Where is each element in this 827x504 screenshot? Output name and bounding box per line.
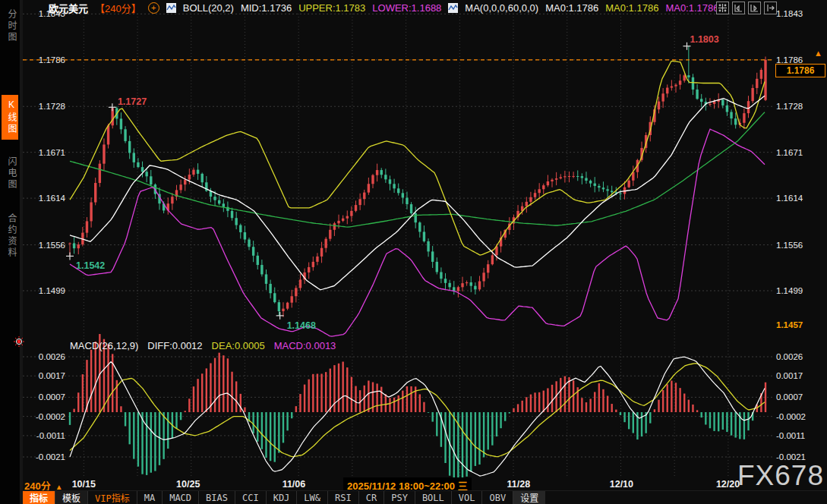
candle-body (103, 144, 105, 163)
macd-histogram-bar (444, 412, 446, 463)
macd-histogram-bar (615, 410, 617, 412)
candle-body (721, 99, 724, 106)
candle-body (466, 282, 468, 283)
indicator-tab[interactable]: PSY (384, 491, 415, 504)
macd-axis-label-left: 0.0017 (39, 371, 65, 380)
indicator-tab[interactable]: CR (358, 491, 384, 504)
x-axis-label: 10/15 (72, 479, 96, 490)
indicator-tab[interactable]: MA (137, 491, 162, 504)
macd-histogram-bar (509, 412, 510, 414)
macd-histogram-bar (402, 391, 403, 412)
macd-histogram-bar (351, 376, 352, 412)
candle-body (734, 118, 737, 124)
candle-body (282, 309, 284, 311)
boll-lower-value: LOWER:1.1688 (372, 2, 441, 14)
scroll-up-arrow-icon[interactable]: ▲ (814, 49, 822, 58)
macd-histogram-bar (504, 412, 506, 421)
candle-body (551, 180, 553, 181)
pan-right-icon[interactable] (764, 2, 777, 14)
macd-histogram-bar (338, 364, 339, 412)
candle-body (470, 282, 472, 286)
macd-histogram-bar (188, 398, 190, 412)
candle-body (145, 172, 147, 176)
macd-histogram-bar (491, 412, 493, 446)
macd-name: MACD(26,12,9) (70, 340, 138, 351)
candle-body (337, 221, 339, 223)
macd-axis-label-left: -0.0002 (36, 412, 65, 421)
macd-histogram-bar (726, 412, 728, 432)
indicator-tab[interactable]: BIAS (198, 491, 235, 504)
indicator-tab[interactable]: KDJ (266, 491, 297, 504)
macd-histogram-bar (530, 395, 532, 412)
macd-histogram-bar (594, 392, 595, 412)
macd-histogram-bar (291, 412, 292, 418)
candle-body (376, 170, 378, 175)
indicator-tab[interactable]: VOL (451, 491, 482, 504)
indicator-tab[interactable]: VIP指标 (87, 491, 137, 504)
candle-body (269, 284, 271, 293)
ma-indicator-icon[interactable] (448, 3, 458, 13)
left-sidebar: 分时图K线图闪电图合约资料 (0, 0, 20, 504)
candle-body (756, 79, 758, 88)
price-axis-label-left: 1.1499 (39, 286, 65, 295)
sidebar-tab-2[interactable]: K线图 (2, 95, 18, 140)
candle-body (410, 204, 412, 213)
indicator-tab[interactable]: 设置 (513, 491, 545, 504)
macd-histogram-bar (150, 412, 152, 473)
candle-body (223, 203, 225, 206)
zoom-in-icon[interactable] (732, 2, 745, 14)
macd-histogram-bar (453, 412, 455, 481)
candle-body (589, 181, 592, 184)
candle-body (658, 102, 660, 110)
macd-axis-label-left: 0.0007 (39, 392, 65, 402)
indicator-tab[interactable]: OBV (481, 491, 513, 504)
macd-histogram-bar (82, 374, 84, 412)
candle-body (414, 213, 416, 222)
price-axis-label-left: 1.1728 (39, 102, 65, 111)
indicator-tab[interactable]: RSI (327, 491, 358, 504)
macd-histogram-bar (410, 386, 412, 412)
indicator-tab[interactable]: MACD (162, 491, 198, 504)
sidebar-tab-4[interactable]: 合约资料 (2, 209, 18, 263)
indicator-tab[interactable]: BOLL (415, 491, 451, 504)
macd-histogram-bar (679, 388, 680, 412)
price-axis-label-right: 1.1728 (776, 102, 803, 111)
macd-histogram-bar (743, 412, 745, 439)
indicator-tab[interactable]: CCI (235, 491, 266, 504)
candle-body (273, 293, 276, 302)
add-indicator-icon[interactable]: + (148, 2, 159, 14)
candle-body (598, 186, 600, 187)
candle-body (380, 170, 383, 175)
candle-body (418, 222, 421, 232)
macd-histogram-bar (125, 412, 126, 426)
x-axis-label: 11/28 (507, 479, 531, 490)
candle-body (333, 223, 336, 230)
sidebar-tab-3[interactable]: 闪电图 (2, 152, 18, 195)
candle-body (265, 274, 267, 283)
indicator-tab[interactable]: LW& (296, 491, 327, 504)
candle-body (627, 181, 630, 187)
candle-body (371, 175, 374, 184)
macd-histogram-bar (731, 412, 732, 436)
candle-body (730, 112, 732, 119)
candle-body (244, 232, 246, 240)
candle-body (68, 243, 71, 244)
sidebar-tab-1[interactable]: 分时图 (2, 5, 18, 48)
indicator-tab[interactable]: 指标 (23, 491, 55, 504)
macd-histogram-bar (185, 411, 186, 412)
zoom-out-icon[interactable] (748, 2, 761, 14)
macd-histogram-bar (466, 412, 467, 477)
candle-body (86, 221, 88, 232)
macd-histogram-bar (193, 386, 194, 412)
candle-body (201, 174, 204, 182)
chart-canvas[interactable]: 1.18431.18431.17861.17861.17281.17281.16… (0, 0, 827, 504)
candle-body (286, 303, 289, 309)
indicator-tab[interactable]: 模板 (55, 491, 87, 504)
macd-axis-label-right: 0.0007 (776, 392, 803, 402)
candle-body (133, 153, 135, 162)
macd-histogram-bar (586, 402, 587, 412)
macd-histogram-bar (462, 412, 463, 480)
macd-axis-label-right: -0.0011 (776, 431, 805, 440)
boll-indicator-icon[interactable] (166, 3, 176, 13)
crosshair-icon[interactable] (716, 2, 729, 14)
